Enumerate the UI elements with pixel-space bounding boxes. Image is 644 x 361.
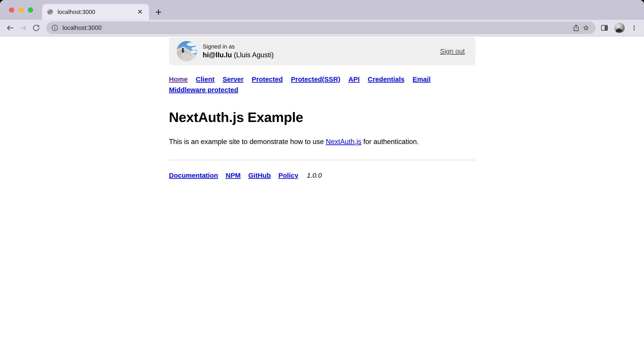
window-controls [9, 7, 33, 12]
intro-text-after: for authentication. [362, 138, 419, 146]
tab-strip: localhost:3000 ✕ + [0, 0, 644, 20]
browser-profile-avatar[interactable] [614, 23, 625, 33]
share-button[interactable] [571, 23, 581, 33]
url-text: localhost:3000 [62, 24, 102, 31]
side-panel-icon [600, 24, 608, 32]
nav-link-protected-ssr[interactable]: Protected(SSR) [291, 75, 340, 83]
window-zoom-button[interactable] [28, 7, 33, 12]
page-title: NextAuth.js Example [169, 109, 475, 125]
star-icon [582, 24, 590, 32]
version-label: 1.0.0 [307, 172, 322, 179]
page-content: Signed in as hi@llu.lu (Lluis Agusti) Si… [0, 36, 644, 361]
sign-out-button[interactable]: Sign out [440, 47, 464, 55]
signed-in-identity: hi@llu.lu (Lluis Agusti) [203, 50, 274, 60]
window-minimize-button[interactable] [18, 7, 24, 12]
browser-toolbar: localhost:3000 [0, 20, 644, 36]
back-button[interactable] [4, 21, 17, 34]
site-info-icon[interactable] [51, 24, 58, 31]
page-intro: This is an example site to demonstrate h… [169, 137, 475, 146]
footer-divider [169, 160, 475, 160]
footer-link-github[interactable]: GitHub [248, 172, 271, 179]
nav-link-protected[interactable]: Protected [252, 75, 283, 83]
signed-in-text: Signed in as hi@llu.lu (Lluis Agusti) [203, 43, 274, 60]
reload-icon [32, 24, 40, 32]
signed-in-name: (Lluis Agusti) [232, 51, 274, 59]
globe-favicon-icon [47, 8, 54, 15]
back-arrow-icon [6, 24, 14, 32]
toolbar-right-group [599, 22, 639, 33]
bookmark-button[interactable] [581, 23, 591, 33]
site-footer: Documentation NPM GitHub Policy 1.0.0 [169, 172, 475, 179]
footer-link-policy[interactable]: Policy [278, 172, 298, 179]
share-icon [572, 24, 580, 32]
signed-in-email: hi@llu.lu [203, 51, 232, 59]
window-close-button[interactable] [9, 7, 14, 12]
forward-arrow-icon [19, 24, 27, 32]
nav-link-client[interactable]: Client [196, 75, 214, 83]
nav-link-email[interactable]: Email [412, 75, 430, 83]
tab-title: localhost:3000 [58, 8, 95, 15]
signed-in-label: Signed in as [203, 43, 274, 50]
browser-menu-button[interactable] [629, 22, 639, 33]
footer-link-npm[interactable]: NPM [226, 172, 241, 179]
side-panel-button[interactable] [599, 22, 610, 33]
nav-link-credentials[interactable]: Credentials [368, 75, 404, 83]
address-bar[interactable]: localhost:3000 [46, 21, 596, 34]
browser-tab[interactable]: localhost:3000 ✕ [42, 4, 149, 20]
tab-close-icon[interactable]: ✕ [136, 8, 144, 16]
new-tab-button[interactable]: + [152, 5, 165, 18]
user-avatar [177, 41, 197, 61]
nav-link-server[interactable]: Server [222, 75, 244, 83]
reload-button[interactable] [30, 21, 43, 34]
footer-link-documentation[interactable]: Documentation [169, 172, 218, 179]
nav-link-api[interactable]: API [348, 75, 360, 83]
intro-text-before: This is an example site to demonstrate h… [169, 138, 326, 146]
browser-window: localhost:3000 ✕ + [0, 0, 644, 361]
forward-button[interactable] [17, 21, 30, 34]
site-nav: Home Client Server Protected Protected(S… [169, 75, 475, 94]
three-dot-menu-icon [630, 24, 638, 32]
nextauth-link[interactable]: NextAuth.js [326, 138, 362, 146]
nav-link-middleware-protected[interactable]: Middleware protected [169, 86, 238, 94]
nav-link-home[interactable]: Home [169, 75, 188, 83]
signed-in-header: Signed in as hi@llu.lu (Lluis Agusti) Si… [169, 37, 475, 65]
